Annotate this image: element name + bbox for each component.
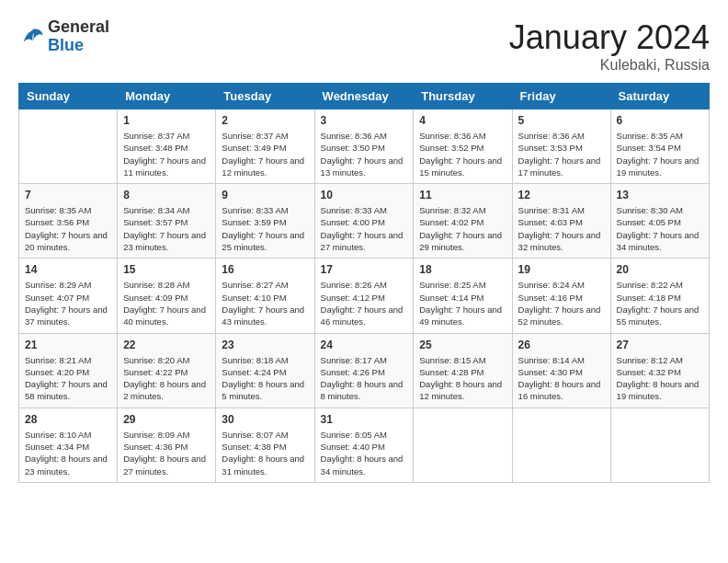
weekday-header: Friday: [512, 84, 610, 109]
logo-blue: Blue: [48, 37, 109, 55]
day-number: 3: [321, 114, 408, 127]
calendar-cell: 23Sunrise: 8:18 AMSunset: 4:24 PMDayligh…: [216, 333, 314, 408]
day-number: 27: [617, 339, 703, 351]
day-info: Sunrise: 8:15 AMSunset: 4:28 PMDaylight:…: [419, 354, 506, 403]
calendar-body: 1Sunrise: 8:37 AMSunset: 3:48 PMDaylight…: [19, 109, 710, 483]
calendar-cell: 12Sunrise: 8:31 AMSunset: 4:03 PMDayligh…: [512, 184, 610, 259]
day-number: 4: [419, 114, 506, 127]
day-number: 30: [222, 413, 308, 426]
calendar-cell: 31Sunrise: 8:05 AMSunset: 4:40 PMDayligh…: [314, 408, 414, 482]
calendar-cell: 24Sunrise: 8:17 AMSunset: 4:26 PMDayligh…: [314, 333, 414, 408]
day-number: 21: [25, 339, 111, 351]
day-info: Sunrise: 8:10 AMSunset: 4:34 PMDaylight:…: [25, 429, 111, 477]
day-info: Sunrise: 8:36 AMSunset: 3:52 PMDaylight:…: [419, 130, 506, 178]
weekday-header: Tuesday: [216, 84, 314, 109]
calendar-cell: 8Sunrise: 8:34 AMSunset: 3:57 PMDaylight…: [118, 184, 216, 259]
day-info: Sunrise: 8:26 AMSunset: 4:12 PMDaylight:…: [321, 279, 408, 327]
calendar-cell: 19Sunrise: 8:24 AMSunset: 4:16 PMDayligh…: [512, 259, 610, 333]
day-info: Sunrise: 8:37 AMSunset: 3:49 PMDaylight:…: [222, 130, 308, 178]
day-info: Sunrise: 8:36 AMSunset: 3:53 PMDaylight:…: [518, 130, 605, 178]
logo: General Blue: [18, 18, 109, 55]
month-title: January 2024: [509, 18, 710, 57]
calendar-cell: 14Sunrise: 8:29 AMSunset: 4:07 PMDayligh…: [19, 259, 118, 333]
calendar-table: SundayMondayTuesdayWednesdayThursdayFrid…: [18, 83, 710, 483]
weekday-header: Sunday: [19, 84, 118, 109]
calendar-cell: 13Sunrise: 8:30 AMSunset: 4:05 PMDayligh…: [610, 184, 709, 259]
calendar-cell: 26Sunrise: 8:14 AMSunset: 4:30 PMDayligh…: [512, 333, 610, 408]
weekday-header: Monday: [118, 84, 216, 109]
weekday-header: Wednesday: [314, 84, 414, 109]
calendar-cell: 22Sunrise: 8:20 AMSunset: 4:22 PMDayligh…: [118, 333, 216, 408]
day-info: Sunrise: 8:09 AMSunset: 4:36 PMDaylight:…: [123, 429, 210, 477]
logo-general: General: [48, 18, 109, 37]
day-info: Sunrise: 8:05 AMSunset: 4:40 PMDaylight:…: [321, 429, 408, 477]
calendar-cell: 11Sunrise: 8:32 AMSunset: 4:02 PMDayligh…: [414, 184, 512, 259]
day-number: 2: [222, 114, 308, 127]
day-number: 11: [419, 189, 506, 201]
day-number: 14: [25, 263, 111, 276]
day-number: 22: [123, 339, 210, 351]
day-info: Sunrise: 8:35 AMSunset: 3:54 PMDaylight:…: [617, 130, 703, 178]
calendar-week-row: 28Sunrise: 8:10 AMSunset: 4:34 PMDayligh…: [19, 408, 710, 482]
calendar-cell: 21Sunrise: 8:21 AMSunset: 4:20 PMDayligh…: [19, 333, 118, 408]
day-number: 19: [518, 263, 605, 276]
calendar-week-row: 21Sunrise: 8:21 AMSunset: 4:20 PMDayligh…: [19, 333, 710, 408]
day-info: Sunrise: 8:07 AMSunset: 4:38 PMDaylight:…: [222, 429, 308, 477]
calendar-cell: 18Sunrise: 8:25 AMSunset: 4:14 PMDayligh…: [414, 259, 512, 333]
day-number: 17: [321, 263, 408, 276]
day-number: 8: [123, 189, 210, 201]
day-number: 23: [222, 339, 308, 351]
day-info: Sunrise: 8:36 AMSunset: 3:50 PMDaylight:…: [321, 130, 408, 178]
day-number: 24: [321, 339, 408, 351]
page-header: General Blue January 2024 Kulebaki, Russ…: [18, 18, 710, 74]
calendar-week-row: 1Sunrise: 8:37 AMSunset: 3:48 PMDaylight…: [19, 109, 710, 184]
day-info: Sunrise: 8:33 AMSunset: 3:59 PMDaylight:…: [222, 204, 308, 253]
calendar-cell: 4Sunrise: 8:36 AMSunset: 3:52 PMDaylight…: [414, 109, 512, 184]
day-number: 12: [518, 189, 605, 201]
day-info: Sunrise: 8:31 AMSunset: 4:03 PMDaylight:…: [518, 204, 605, 253]
title-section: January 2024 Kulebaki, Russia: [509, 18, 710, 74]
day-info: Sunrise: 8:24 AMSunset: 4:16 PMDaylight:…: [518, 279, 605, 327]
weekday-header: Saturday: [610, 84, 709, 109]
calendar-cell: 7Sunrise: 8:35 AMSunset: 3:56 PMDaylight…: [19, 184, 118, 259]
day-info: Sunrise: 8:32 AMSunset: 4:02 PMDaylight:…: [419, 204, 506, 253]
calendar-cell: 29Sunrise: 8:09 AMSunset: 4:36 PMDayligh…: [118, 408, 216, 482]
calendar-week-row: 14Sunrise: 8:29 AMSunset: 4:07 PMDayligh…: [19, 259, 710, 333]
calendar-cell: 2Sunrise: 8:37 AMSunset: 3:49 PMDaylight…: [216, 109, 314, 184]
day-info: Sunrise: 8:25 AMSunset: 4:14 PMDaylight:…: [419, 279, 506, 327]
day-number: 13: [617, 189, 703, 201]
day-number: 20: [617, 263, 703, 276]
weekday-header-row: SundayMondayTuesdayWednesdayThursdayFrid…: [19, 84, 710, 109]
day-number: 6: [617, 114, 703, 127]
day-number: 5: [518, 114, 605, 127]
calendar-cell: [19, 109, 118, 184]
day-number: 28: [25, 413, 111, 426]
calendar-cell: 3Sunrise: 8:36 AMSunset: 3:50 PMDaylight…: [314, 109, 414, 184]
calendar-cell: 20Sunrise: 8:22 AMSunset: 4:18 PMDayligh…: [610, 259, 709, 333]
day-number: 18: [419, 263, 506, 276]
day-info: Sunrise: 8:12 AMSunset: 4:32 PMDaylight:…: [617, 354, 703, 403]
calendar-cell: 9Sunrise: 8:33 AMSunset: 3:59 PMDaylight…: [216, 184, 314, 259]
day-info: Sunrise: 8:17 AMSunset: 4:26 PMDaylight:…: [321, 354, 408, 403]
day-number: 25: [419, 339, 506, 351]
calendar-week-row: 7Sunrise: 8:35 AMSunset: 3:56 PMDaylight…: [19, 184, 710, 259]
calendar-cell: 27Sunrise: 8:12 AMSunset: 4:32 PMDayligh…: [610, 333, 709, 408]
day-info: Sunrise: 8:22 AMSunset: 4:18 PMDaylight:…: [617, 279, 703, 327]
day-info: Sunrise: 8:21 AMSunset: 4:20 PMDaylight:…: [25, 354, 111, 403]
calendar-cell: 30Sunrise: 8:07 AMSunset: 4:38 PMDayligh…: [216, 408, 314, 482]
calendar-cell: 10Sunrise: 8:33 AMSunset: 4:00 PMDayligh…: [314, 184, 414, 259]
logo-bird-icon: [18, 24, 44, 50]
calendar-cell: 15Sunrise: 8:28 AMSunset: 4:09 PMDayligh…: [118, 259, 216, 333]
calendar-cell: 6Sunrise: 8:35 AMSunset: 3:54 PMDaylight…: [610, 109, 709, 184]
day-number: 29: [123, 413, 210, 426]
day-info: Sunrise: 8:14 AMSunset: 4:30 PMDaylight:…: [518, 354, 605, 403]
day-number: 9: [222, 189, 308, 201]
day-info: Sunrise: 8:37 AMSunset: 3:48 PMDaylight:…: [123, 130, 210, 178]
day-number: 10: [321, 189, 408, 201]
calendar-cell: [414, 408, 512, 482]
day-number: 31: [321, 413, 408, 426]
day-info: Sunrise: 8:28 AMSunset: 4:09 PMDaylight:…: [123, 279, 210, 327]
day-info: Sunrise: 8:27 AMSunset: 4:10 PMDaylight:…: [222, 279, 308, 327]
day-info: Sunrise: 8:29 AMSunset: 4:07 PMDaylight:…: [25, 279, 111, 327]
day-info: Sunrise: 8:35 AMSunset: 3:56 PMDaylight:…: [25, 204, 111, 253]
